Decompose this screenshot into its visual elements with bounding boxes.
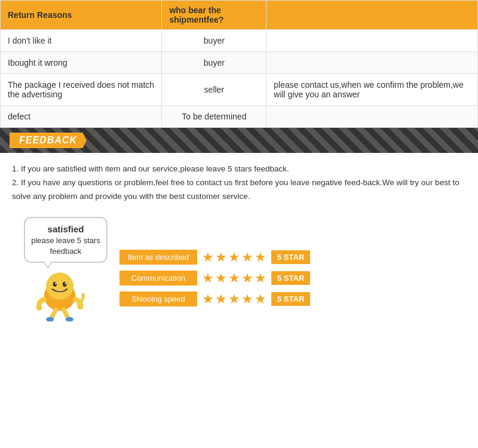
rating-label-communication: Communication: [120, 271, 197, 286]
ratings-container: Item as described ★ ★ ★ ★ ★ 5 STAR Commu…: [120, 232, 466, 306]
stars-shipping: ★ ★ ★ ★ ★: [202, 293, 266, 306]
note-cell: [266, 106, 478, 128]
table-header-reason: Return Reasons: [1, 1, 162, 30]
star-4: ★: [241, 272, 253, 285]
rating-badge-shipping: 5 STAR: [271, 292, 310, 306]
speech-subtext: please leave 5 stars feedback: [31, 235, 100, 257]
svg-point-4: [55, 283, 56, 284]
star-4: ★: [241, 293, 253, 306]
star-5: ★: [255, 251, 266, 264]
star-4: ★: [241, 251, 253, 264]
rating-row-shipping: Shiooing speed ★ ★ ★ ★ ★ 5 STAR: [120, 291, 466, 306]
emoji-svg: [33, 268, 87, 321]
table-row: The package I received does not match th…: [1, 74, 478, 106]
stars-communication: ★ ★ ★ ★ ★: [202, 272, 266, 285]
table-row: defect To be determined: [1, 106, 478, 128]
feedback-section: 1. If you are satisfied with item and ou…: [0, 153, 478, 211]
svg-point-3: [63, 282, 67, 287]
emoji-container: satisfied please leave 5 stars feedback: [12, 217, 108, 321]
table-header-bearer: who bear the shipmentfee?: [162, 1, 266, 30]
star-2: ★: [215, 293, 227, 306]
rating-badge-item: 5 STAR: [271, 250, 310, 264]
star-1: ★: [202, 251, 214, 264]
star-2: ★: [215, 272, 227, 285]
star-3: ★: [228, 272, 240, 285]
star-1: ★: [202, 272, 214, 285]
svg-point-5: [65, 283, 66, 284]
note-cell: [266, 30, 478, 52]
bearer-cell: buyer: [162, 30, 266, 52]
reason-cell: Ibought it wrong: [1, 52, 162, 74]
rating-section: satisfied please leave 5 stars feedback: [0, 211, 478, 333]
star-5: ★: [255, 293, 266, 306]
feedback-line-1: 1. If you are satisfied with item and ou…: [12, 162, 466, 176]
note-cell: please contact us,when we confirm the pr…: [266, 74, 478, 106]
star-3: ★: [228, 251, 240, 264]
reason-cell: I don't like it: [1, 30, 162, 52]
star-3: ★: [228, 293, 240, 306]
bearer-cell: To be determined: [162, 106, 266, 128]
rating-label-item: Item as described: [120, 250, 197, 265]
svg-point-2: [53, 282, 57, 287]
feedback-label: FEEDBACK: [10, 133, 87, 148]
feedback-banner: FEEDBACK: [0, 128, 478, 153]
feedback-line-2: 2. If you have any questions or problem,…: [12, 176, 466, 204]
stars-item: ★ ★ ★ ★ ★: [202, 251, 266, 264]
reason-cell: defect: [1, 106, 162, 128]
svg-point-6: [36, 305, 42, 311]
bearer-cell: seller: [162, 74, 266, 106]
speech-bubble: satisfied please leave 5 stars feedback: [24, 217, 108, 263]
bearer-cell: buyer: [162, 52, 266, 74]
star-1: ★: [202, 293, 214, 306]
speech-satisfied-text: satisfied: [31, 223, 100, 235]
return-reasons-table: Return Reasons who bear the shipmentfee?…: [0, 0, 478, 128]
reason-cell: The package I received does not match th…: [1, 74, 162, 106]
table-header-note: [266, 1, 478, 30]
svg-point-1: [46, 272, 73, 300]
table-row: Ibought it wrong buyer: [1, 52, 478, 74]
star-5: ★: [255, 272, 266, 285]
rating-badge-communication: 5 STAR: [271, 271, 310, 285]
table-row: I don't like it buyer: [1, 30, 478, 52]
rating-label-shipping: Shiooing speed: [120, 291, 197, 306]
note-cell: [266, 52, 478, 74]
rating-row-item: Item as described ★ ★ ★ ★ ★ 5 STAR: [120, 250, 466, 265]
rating-row-communication: Communication ★ ★ ★ ★ ★ 5 STAR: [120, 271, 466, 286]
star-2: ★: [215, 251, 227, 264]
